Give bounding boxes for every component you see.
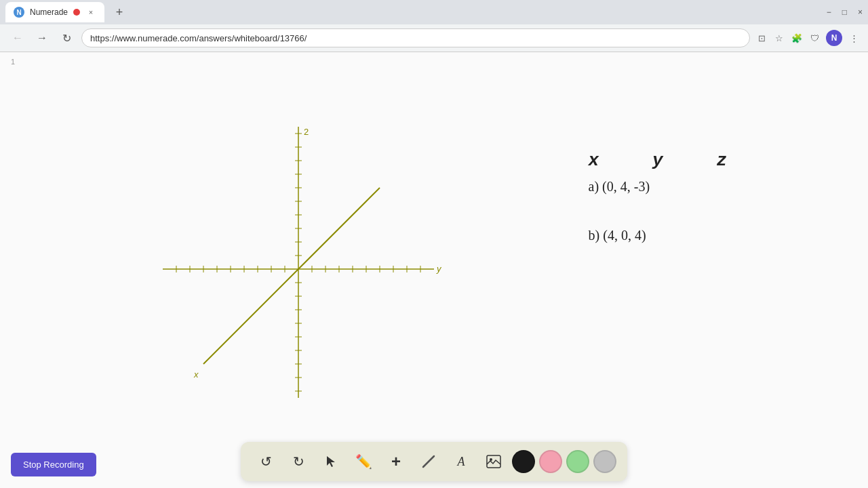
svg-line-58 (423, 456, 434, 467)
svg-line-48 (301, 261, 307, 266)
color-green-swatch[interactable] (566, 450, 589, 473)
image-tool-button[interactable] (479, 447, 508, 476)
svg-line-50 (323, 239, 328, 245)
eraser-tool-button[interactable] (414, 447, 443, 476)
url-text: https://www.numerade.com/answers/whitebo… (90, 33, 307, 43)
svg-line-45 (269, 293, 274, 299)
extension-icon[interactable]: 🧩 (791, 32, 803, 44)
pencil-tool-button[interactable]: ✏️ (349, 447, 378, 476)
title-bar: N Numerade × + − □ × (0, 0, 868, 24)
browser-chrome: N Numerade × + − □ × ← → ↻ https://www.n… (0, 0, 868, 52)
toolbar-icons: ⊡ ☆ 🧩 🛡 N ⋮ (755, 30, 860, 46)
xyz-header: x y z (589, 147, 732, 176)
redo-button[interactable]: ↻ (284, 447, 313, 476)
main-content: 1 (0, 52, 868, 488)
svg-line-51 (334, 228, 339, 234)
tab-title: Numerade (30, 7, 68, 17)
coordinate-grid: 2 y x (136, 106, 461, 432)
svg-line-42 (236, 326, 241, 331)
svg-line-40 (214, 348, 220, 353)
bookmark-icon[interactable]: ☆ (773, 32, 785, 44)
address-bar: ← → ↻ https://www.numerade.com/answers/w… (0, 24, 868, 52)
svg-line-53 (355, 207, 361, 212)
page-number: 1 (11, 58, 15, 66)
svg-line-54 (366, 196, 372, 201)
refresh-button[interactable]: ↻ (57, 28, 76, 47)
bottom-toolbar: Stop Recording ↺ ↻ ✏️ + (0, 434, 868, 488)
menu-icon[interactable]: ⋮ (848, 32, 860, 44)
forward-button[interactable]: → (33, 28, 52, 47)
profile-avatar[interactable]: N (826, 30, 842, 46)
answer-a: a) (0, 4, -3) (589, 176, 732, 197)
stop-recording-button[interactable]: Stop Recording (11, 453, 96, 476)
svg-line-52 (344, 218, 350, 223)
answer-b: b) (4, 0, 4) (589, 224, 732, 246)
tab-close-button[interactable]: × (85, 7, 96, 18)
text-tool-button[interactable]: A (447, 447, 475, 476)
back-button[interactable]: ← (8, 28, 27, 47)
add-tool-button[interactable]: + (382, 447, 410, 476)
toolbar-panel: ↺ ↻ ✏️ + A (241, 442, 627, 481)
tab-favicon: N (14, 7, 24, 18)
svg-line-49 (312, 250, 317, 256)
svg-text:x: x (193, 369, 199, 380)
color-black-swatch[interactable] (512, 450, 535, 473)
color-pink-swatch[interactable] (539, 450, 562, 473)
browser-tab[interactable]: N Numerade × (5, 2, 104, 22)
svg-line-47 (290, 272, 296, 277)
select-tool-button[interactable] (317, 447, 345, 476)
svg-line-43 (247, 315, 252, 321)
close-button[interactable]: × (858, 7, 863, 17)
url-bar[interactable]: https://www.numerade.com/answers/whitebo… (81, 28, 750, 47)
new-tab-button[interactable]: + (110, 3, 129, 22)
color-gray-swatch[interactable] (593, 450, 616, 473)
cast-icon[interactable]: ⊡ (755, 32, 768, 44)
undo-button[interactable]: ↺ (252, 447, 280, 476)
svg-line-44 (258, 304, 263, 310)
window-controls: − □ × (827, 7, 863, 17)
shield-icon[interactable]: 🛡 (808, 32, 821, 44)
recording-dot (73, 9, 80, 16)
maximize-button[interactable]: □ (842, 7, 847, 17)
svg-line-46 (279, 283, 285, 288)
svg-text:y: y (436, 264, 442, 274)
svg-text:2: 2 (304, 127, 309, 137)
svg-line-41 (225, 337, 231, 342)
minimize-button[interactable]: − (827, 7, 831, 17)
math-content: x y z a) (0, 4, -3) b) (4, 0, 4) (589, 147, 732, 246)
